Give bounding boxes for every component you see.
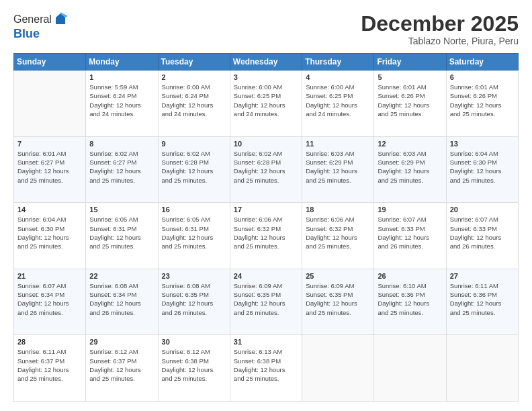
calendar-week-row: 21Sunrise: 6:07 AM Sunset: 6:34 PM Dayli… <box>14 269 519 335</box>
day-info: Sunrise: 6:05 AM Sunset: 6:31 PM Dayligh… <box>162 215 226 250</box>
day-info: Sunrise: 6:02 AM Sunset: 6:28 PM Dayligh… <box>234 149 298 185</box>
day-info: Sunrise: 6:00 AM Sunset: 6:25 PM Dayligh… <box>234 83 298 118</box>
table-row: 22Sunrise: 6:08 AM Sunset: 6:34 PM Dayli… <box>86 269 158 335</box>
day-number: 30 <box>162 338 226 346</box>
table-row: 2Sunrise: 6:00 AM Sunset: 6:24 PM Daylig… <box>158 71 230 137</box>
day-number: 23 <box>162 272 226 280</box>
table-row: 14Sunrise: 6:04 AM Sunset: 6:30 PM Dayli… <box>14 203 86 269</box>
calendar-header-row: Sunday Monday Tuesday Wednesday Thursday… <box>14 54 519 71</box>
day-number: 3 <box>234 73 298 81</box>
day-info: Sunrise: 6:06 AM Sunset: 6:32 PM Dayligh… <box>234 215 298 250</box>
table-row: 21Sunrise: 6:07 AM Sunset: 6:34 PM Dayli… <box>14 269 86 335</box>
header-friday: Friday <box>374 54 446 71</box>
day-number: 24 <box>234 272 298 280</box>
table-row: 5Sunrise: 6:01 AM Sunset: 6:26 PM Daylig… <box>374 71 446 137</box>
day-number: 9 <box>162 140 226 148</box>
day-number: 13 <box>450 140 515 148</box>
logo-general-text: General <box>13 13 52 26</box>
day-info: Sunrise: 6:11 AM Sunset: 6:37 PM Dayligh… <box>17 347 82 383</box>
logo-icon <box>53 12 68 27</box>
calendar-week-row: 1Sunrise: 5:59 AM Sunset: 6:24 PM Daylig… <box>14 71 519 137</box>
calendar-week-row: 14Sunrise: 6:04 AM Sunset: 6:30 PM Dayli… <box>14 203 519 269</box>
day-info: Sunrise: 6:09 AM Sunset: 6:35 PM Dayligh… <box>306 281 370 317</box>
day-number: 18 <box>306 205 370 214</box>
table-row: 26Sunrise: 6:10 AM Sunset: 6:36 PM Dayli… <box>374 269 446 335</box>
table-row: 6Sunrise: 6:01 AM Sunset: 6:26 PM Daylig… <box>446 71 518 137</box>
month-title: December 2025 <box>361 12 519 36</box>
day-number: 29 <box>89 338 154 346</box>
day-info: Sunrise: 6:08 AM Sunset: 6:35 PM Dayligh… <box>162 281 226 317</box>
table-row <box>302 335 374 402</box>
table-row: 11Sunrise: 6:03 AM Sunset: 6:29 PM Dayli… <box>302 136 374 203</box>
day-number: 5 <box>378 73 442 81</box>
day-info: Sunrise: 6:13 AM Sunset: 6:38 PM Dayligh… <box>234 347 298 383</box>
day-info: Sunrise: 6:09 AM Sunset: 6:35 PM Dayligh… <box>234 281 298 317</box>
table-row: 17Sunrise: 6:06 AM Sunset: 6:32 PM Dayli… <box>230 203 302 269</box>
day-info: Sunrise: 6:02 AM Sunset: 6:28 PM Dayligh… <box>162 149 226 185</box>
day-number: 10 <box>234 140 298 148</box>
day-number: 12 <box>378 140 442 148</box>
day-info: Sunrise: 6:01 AM Sunset: 6:26 PM Dayligh… <box>450 83 515 118</box>
day-number: 31 <box>234 338 298 346</box>
header: General Blue December 2025 Tablazo Norte… <box>13 12 519 46</box>
day-info: Sunrise: 6:04 AM Sunset: 6:30 PM Dayligh… <box>450 149 515 185</box>
table-row: 15Sunrise: 6:05 AM Sunset: 6:31 PM Dayli… <box>86 203 158 269</box>
calendar-week-row: 28Sunrise: 6:11 AM Sunset: 6:37 PM Dayli… <box>14 335 519 402</box>
day-info: Sunrise: 6:07 AM Sunset: 6:34 PM Dayligh… <box>17 281 82 317</box>
day-info: Sunrise: 6:04 AM Sunset: 6:30 PM Dayligh… <box>17 215 82 250</box>
day-info: Sunrise: 5:59 AM Sunset: 6:24 PM Dayligh… <box>89 83 154 118</box>
table-row <box>446 335 518 402</box>
table-row: 10Sunrise: 6:02 AM Sunset: 6:28 PM Dayli… <box>230 136 302 203</box>
location-subtitle: Tablazo Norte, Piura, Peru <box>361 36 519 46</box>
table-row: 12Sunrise: 6:03 AM Sunset: 6:29 PM Dayli… <box>374 136 446 203</box>
day-info: Sunrise: 6:08 AM Sunset: 6:34 PM Dayligh… <box>89 281 154 317</box>
table-row: 24Sunrise: 6:09 AM Sunset: 6:35 PM Dayli… <box>230 269 302 335</box>
day-info: Sunrise: 6:06 AM Sunset: 6:32 PM Dayligh… <box>306 215 370 250</box>
calendar-week-row: 7Sunrise: 6:01 AM Sunset: 6:27 PM Daylig… <box>14 136 519 203</box>
header-saturday: Saturday <box>446 54 518 71</box>
logo-blue-text: Blue <box>13 27 68 41</box>
header-sunday: Sunday <box>14 54 86 71</box>
table-row: 13Sunrise: 6:04 AM Sunset: 6:30 PM Dayli… <box>446 136 518 203</box>
table-row: 20Sunrise: 6:07 AM Sunset: 6:33 PM Dayli… <box>446 203 518 269</box>
table-row: 3Sunrise: 6:00 AM Sunset: 6:25 PM Daylig… <box>230 71 302 137</box>
table-row: 18Sunrise: 6:06 AM Sunset: 6:32 PM Dayli… <box>302 203 374 269</box>
day-number: 20 <box>450 205 515 214</box>
header-thursday: Thursday <box>302 54 374 71</box>
table-row: 4Sunrise: 6:00 AM Sunset: 6:25 PM Daylig… <box>302 71 374 137</box>
day-info: Sunrise: 6:01 AM Sunset: 6:26 PM Dayligh… <box>378 83 442 118</box>
day-number: 26 <box>378 272 442 280</box>
day-info: Sunrise: 6:00 AM Sunset: 6:25 PM Dayligh… <box>306 83 370 118</box>
day-info: Sunrise: 6:05 AM Sunset: 6:31 PM Dayligh… <box>89 215 154 250</box>
day-number: 21 <box>17 272 82 280</box>
table-row: 31Sunrise: 6:13 AM Sunset: 6:38 PM Dayli… <box>230 335 302 402</box>
calendar-table: Sunday Monday Tuesday Wednesday Thursday… <box>13 53 519 402</box>
day-info: Sunrise: 6:03 AM Sunset: 6:29 PM Dayligh… <box>378 149 442 185</box>
table-row: 16Sunrise: 6:05 AM Sunset: 6:31 PM Dayli… <box>158 203 230 269</box>
table-row <box>14 71 86 137</box>
header-tuesday: Tuesday <box>158 54 230 71</box>
day-info: Sunrise: 6:12 AM Sunset: 6:38 PM Dayligh… <box>162 347 226 383</box>
table-row: 9Sunrise: 6:02 AM Sunset: 6:28 PM Daylig… <box>158 136 230 203</box>
day-number: 19 <box>378 205 442 214</box>
day-number: 7 <box>17 140 82 148</box>
table-row: 30Sunrise: 6:12 AM Sunset: 6:38 PM Dayli… <box>158 335 230 402</box>
day-number: 16 <box>162 205 226 214</box>
day-info: Sunrise: 6:01 AM Sunset: 6:27 PM Dayligh… <box>17 149 82 185</box>
table-row: 19Sunrise: 6:07 AM Sunset: 6:33 PM Dayli… <box>374 203 446 269</box>
day-number: 27 <box>450 272 515 280</box>
day-info: Sunrise: 6:07 AM Sunset: 6:33 PM Dayligh… <box>450 215 515 250</box>
day-number: 11 <box>306 140 370 148</box>
title-block: December 2025 Tablazo Norte, Piura, Peru <box>361 12 519 46</box>
day-info: Sunrise: 6:00 AM Sunset: 6:24 PM Dayligh… <box>162 83 226 118</box>
day-number: 17 <box>234 205 298 214</box>
table-row <box>374 335 446 402</box>
day-number: 14 <box>17 205 82 214</box>
day-info: Sunrise: 6:11 AM Sunset: 6:36 PM Dayligh… <box>450 281 515 317</box>
header-monday: Monday <box>86 54 158 71</box>
day-number: 25 <box>306 272 370 280</box>
day-info: Sunrise: 6:03 AM Sunset: 6:29 PM Dayligh… <box>306 149 370 185</box>
logo: General Blue <box>13 12 68 41</box>
day-info: Sunrise: 6:02 AM Sunset: 6:27 PM Dayligh… <box>89 149 154 185</box>
page: General Blue December 2025 Tablazo Norte… <box>0 0 532 411</box>
